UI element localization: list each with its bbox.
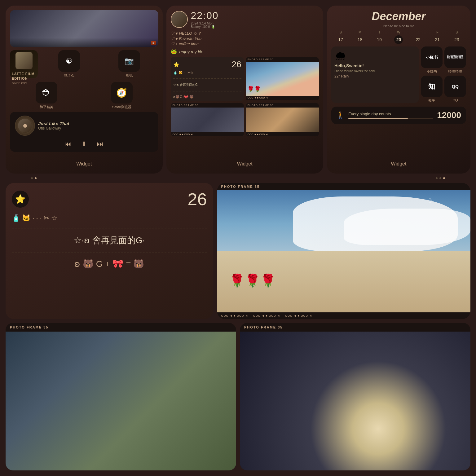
be-nice-text: Please be nice to me [331, 24, 466, 28]
app-label-qq: QQ [452, 98, 458, 102]
widget-image: ■ [10, 10, 158, 47]
chinese-text-small: ☆·ʚ 會再見面的G· [173, 83, 241, 87]
dots-left [31, 175, 37, 182]
photo-footer-roses: OOC ◄ ■ OOD ◄ [246, 96, 319, 100]
big-card-top: ⭐ 26 [12, 189, 207, 209]
photo-footer-text-arch: OOC ◄ ■ OOD ◄ [248, 133, 268, 136]
big-photo-panel: PHOTO FRAME 35 ☽ 🌹🌹🌹 OOC ◄ ■ OOD ◄ OOC ◄… [217, 183, 470, 319]
dot-right-3 [443, 177, 445, 179]
bottom-row-2: PHOTO FRAME 35 PHOTO FRAME 35 [6, 323, 470, 470]
dashed-line-2 [12, 253, 207, 253]
bottom-section: ⭐ 26 🧴 🐱 · · · ✂ ☆ ☆·ʚ 會再見面的G· ʚ 🐻 G + 🎀… [0, 183, 476, 476]
photo-frame-header-roses: PHOTO FRAME 35 [246, 57, 319, 62]
wish-2: ♡ ♥ Favorite You [171, 36, 319, 41]
latte-title: LATTE FILM EDITION [12, 72, 36, 81]
photo-footer-text-train: OOC ◄ ■ OOD ◄ [173, 133, 193, 136]
app-zhihu[interactable]: 知 知乎 [421, 76, 443, 103]
dot-right-2 [439, 177, 441, 179]
photo-train-img [171, 108, 244, 132]
photo-footer-text-roses: OOC ◄ ■ OOD ◄ [248, 96, 268, 99]
month-title: December [331, 10, 466, 23]
dots-row-combined [0, 174, 476, 183]
footer-group-1: OOC ◄ ■ OOD ◄ [221, 314, 248, 317]
dot-left-1 [31, 177, 33, 179]
music-controls: ⏮ ⏸ ⏭ [15, 139, 153, 148]
steps-bar-fill [348, 118, 408, 119]
big-widget-card: ⭐ 26 🧴 🐱 · · · ✂ ☆ ☆·ʚ 會再見面的G· ʚ 🐻 G + 🎀… [6, 183, 213, 319]
prev-button[interactable]: ⏮ [64, 140, 71, 148]
app-safari[interactable]: 🧭 Safari浏览器 [85, 82, 158, 109]
number-widget: ⭐ 26 🧴 🐱 · · ✂☆ ☆·ʚ 會再見面的G· ʚ🐻 G+🎀=🐻 [171, 57, 244, 101]
enjoy-text: enjoy my life [179, 49, 204, 54]
next-button[interactable]: ⏭ [97, 140, 104, 148]
panel-left: ■ LATTE FILM EDITION SINCE 2022 ☯ 饿了么 📷 … [6, 6, 163, 174]
footer-group-2: OOC ◄ ■ OOD ◄ [253, 314, 280, 317]
photo-frame-header-train: PHOTO FRAME 35 [171, 103, 244, 108]
photo-grid: ⭐ 26 🧴 🐱 · · ✂☆ ☆·ʚ 會再見面的G· ʚ🐻 G+🎀=🐻 PHO… [171, 57, 319, 136]
steps-label: Every single day counts [348, 112, 433, 116]
steps-progress-bar [348, 118, 433, 119]
temp-rain: 22° Rain [334, 74, 416, 78]
bottom-photo-industrial: PHOTO FRAME 35 [6, 323, 236, 470]
bottom-row-1: ⭐ 26 🧴 🐱 · · · ✂ ☆ ☆·ʚ 會再見面的G· ʚ 🐻 G + 🎀… [6, 183, 470, 319]
formula-row-big: ʚ 🐻 G + 🎀 = 🐻 [12, 256, 207, 272]
wishes-box: ♡ ♥ HELLO ☺ ? ♡ ♥ Favorite You ♡ + coffe… [171, 31, 319, 46]
hello-text: Hello,Sweetie! [334, 63, 416, 68]
app-icon-qq: QQ [444, 76, 466, 97]
footer-text-3: OOC ◄ ■ OOD ◄ [285, 314, 312, 317]
apps-row-2: ⛑ 和平精英 🧭 Safari浏览器 [10, 82, 158, 109]
calendar-header: S M T W T F S [331, 30, 466, 34]
wish-1: ♡ ♥ HELLO ☺ ? [171, 31, 319, 36]
panel3-label: Widget [331, 159, 466, 169]
cloud-shape-2 [344, 209, 470, 245]
panel-middle: 22:00 2024.9.14 Mon Battery: 100% 🔋 ♡ ♥ … [166, 6, 324, 174]
app-label-ekandao: 饿了么 [64, 73, 74, 78]
photo-frame-roses: PHOTO FRAME 35 🌹🌹 OOC ◄ ■ OOD ◄ [246, 57, 319, 101]
app-helm[interactable]: ⛑ 和平精英 [10, 82, 83, 109]
app-qq[interactable]: QQ QQ [444, 76, 466, 103]
app-bilibili[interactable]: 哔哩哔哩 哔哩哔哩 [444, 46, 466, 74]
app-camera[interactable]: 📷 相机 [100, 50, 158, 79]
dots-right [436, 175, 445, 182]
profile-avatar [171, 11, 188, 28]
chinese-text-big: ☆·ʚ 會再見面的G· [12, 231, 207, 250]
apps-row-top: 小红书 小红书 哔哩哔哩 哔哩哔哩 [421, 46, 466, 74]
panel3-widget-row: 🌧 Hello,Sweetie! I hope fortune favors t… [331, 46, 466, 103]
steps-widget: 🚶 Every single day counts 12000 [331, 107, 466, 124]
cal-head-t1: T [370, 30, 389, 34]
number-widget-header: ⭐ 26 [173, 60, 241, 69]
steps-count: 12000 [437, 110, 461, 120]
music-row: Just Like That Otis Galloway [15, 116, 153, 136]
app-ekandao[interactable]: ☯ 饿了么 [40, 50, 98, 79]
star-badge: ⭐ [12, 191, 29, 208]
app-label-zhihu: 知乎 [428, 98, 435, 103]
fortune-text: I hope fortune favors the bold [334, 69, 416, 73]
photo-frame-train: PHOTO FRAME 35 OOC ◄ ■ OOD ◄ [171, 103, 244, 136]
dashed-line-1 [12, 228, 207, 228]
number-26-big: 26 [187, 189, 207, 209]
app-label-camera: 相机 [126, 73, 133, 78]
dot-left-2 [35, 177, 37, 179]
cal-day-19: 19 [375, 35, 384, 44]
roses-big: 🌹🌹🌹 [229, 273, 276, 288]
battery-icon: 🔋 [211, 25, 215, 29]
clock-display: 22:00 [191, 10, 319, 21]
dot-right-1 [436, 177, 438, 179]
enjoy-banner: 🐸 enjoy my life [171, 49, 319, 55]
emoji-row-big: 🧴 🐱 · · · ✂ ☆ [12, 214, 207, 222]
bottom-photo-img-moon [240, 332, 470, 470]
latte-widget[interactable]: LATTE FILM EDITION SINCE 2022 [10, 50, 38, 78]
battery-display: Battery: 100% 🔋 [191, 25, 319, 29]
cal-head-s1: S [331, 30, 350, 34]
app-label-xiaohongshu: 小红书 [427, 69, 437, 74]
walk-icon: 🚶 [336, 111, 345, 119]
big-photo-header: PHOTO FRAME 35 [217, 183, 470, 190]
app-xiaohongshu[interactable]: 小红书 小红书 [421, 46, 443, 74]
cloud-icon: 🌧 [334, 50, 416, 62]
apps-row-bottom: 知 知乎 QQ QQ [421, 76, 466, 103]
panel-right: December Please be nice to me S M T W T … [327, 6, 470, 174]
pause-button[interactable]: ⏸ [81, 140, 87, 148]
apps-latte-row: LATTE FILM EDITION SINCE 2022 ☯ 饿了么 📷 相机 [10, 50, 158, 79]
photo-footer-train: OOC ◄ ■ OOD ◄ [171, 132, 244, 136]
big-photo-footer: OOC ◄ ■ OOD ◄ OOC ◄ ■ OOD ◄ OOC ◄ ■ OOD … [217, 312, 470, 319]
